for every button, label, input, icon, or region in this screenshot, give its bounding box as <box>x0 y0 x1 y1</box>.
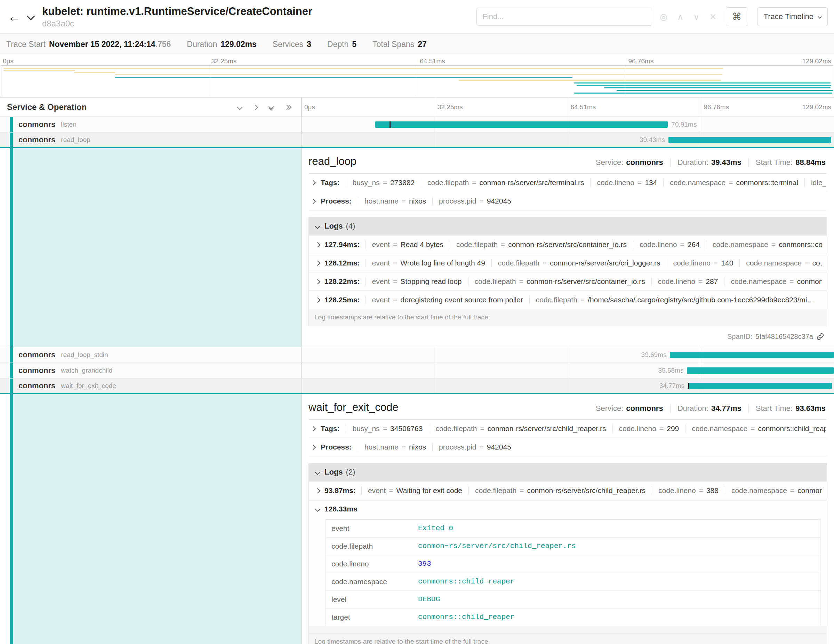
detail-service: conmonrs <box>626 404 663 413</box>
operation-name: watch_grandchild <box>61 367 112 374</box>
span-bar[interactable] <box>687 367 834 374</box>
tag-item: code.filepath=/home/sascha/.cargo/regist… <box>529 296 821 304</box>
find-input[interactable] <box>477 8 652 26</box>
tag-key: idle_n… <box>811 178 826 186</box>
log-field-key: code.filepath <box>326 537 415 555</box>
log-field-row: code.lineno 393 <box>326 555 820 573</box>
log-entry[interactable]: 128.22ms: event=Stopping read loopcode.f… <box>309 272 827 291</box>
tag-item: event=Wrote log line of length 49 <box>365 259 491 267</box>
logs-header[interactable]: Logs (4) <box>309 217 827 235</box>
process-row[interactable]: Process: host.name=nixosprocess.pid=9420… <box>309 438 827 456</box>
tag-value: conmonrs::co… <box>779 240 822 248</box>
expand-all-icon[interactable] <box>285 105 291 109</box>
log-field-key: target <box>326 608 415 626</box>
tags-row[interactable]: Tags: busy_ns=34506763code.filepath=conm… <box>309 419 827 438</box>
log-field-row: code.filepath conmon−rs/server/src/child… <box>326 537 820 555</box>
next-result-icon[interactable]: ∨ <box>693 13 700 21</box>
span-row-watch-grandchild[interactable]: conmonrs watch_grandchild 35.58ms <box>0 363 834 379</box>
equals-sign: = <box>479 197 483 205</box>
operation-name: read_loop_stdin <box>61 351 108 359</box>
equals-sign: = <box>789 277 794 285</box>
tag-value: conmon-rs/server/src/container_io.rs <box>508 240 627 248</box>
timeline-ruler[interactable]: 0μs 32.25ms 64.51ms 96.76ms 129.02ms <box>302 98 834 117</box>
equals-sign: = <box>580 296 585 304</box>
tag-item: code.lineno=140 <box>667 259 740 267</box>
equals-sign: = <box>750 424 755 432</box>
tag-item: code.namespace=conmon… <box>725 486 822 495</box>
span-row-read-loop[interactable]: conmonrs read_loop 39.43ms <box>0 133 834 148</box>
title-block: kubelet: runtime.v1.RuntimeService/Creat… <box>36 5 477 29</box>
minimap-canvas[interactable] <box>1 65 833 96</box>
span-detail-meta: Service:conmonrs Duration:34.77ms Start … <box>589 404 827 413</box>
tag-item: event=Waiting for exit code <box>361 486 469 495</box>
header: ← kubelet: runtime.v1.RuntimeService/Cre… <box>0 0 834 33</box>
span-bar[interactable] <box>688 383 832 389</box>
tag-value: conmonrs::child_reap… <box>758 424 826 432</box>
minimap-span-line <box>115 74 722 75</box>
span-id-row: SpanID: 5faf48165428c37a <box>309 326 827 344</box>
log-entry[interactable]: 128.25ms: event=deregistering event sour… <box>309 291 827 309</box>
collapse-one-icon[interactable] <box>238 105 242 109</box>
focus-result-icon[interactable]: ◎ <box>660 13 668 21</box>
prev-result-icon[interactable]: ∧ <box>677 13 684 21</box>
logs-note: Log timestamps are relative to the start… <box>309 309 827 326</box>
log-fields: event=Wrote log line of length 49code.fi… <box>365 259 822 267</box>
span-row-wait-for-exit-code[interactable]: conmonrs wait_for_exit_code 34.77ms <box>0 379 834 394</box>
logs-section: Logs (2) 93.87ms: event=Waiting for exit… <box>309 463 827 644</box>
log-fields: event=deregistering event source from po… <box>365 296 821 304</box>
service-color-chip <box>10 117 13 132</box>
logs-header[interactable]: Logs (2) <box>309 463 827 481</box>
minimap-tick: 32.25ms <box>212 57 237 65</box>
tag-value: conmonrs::terminal <box>736 178 798 186</box>
tag-item: process.pid=942045 <box>432 443 517 451</box>
collapse-all-icon[interactable] <box>269 105 273 110</box>
log-timestamp: 128.25ms: <box>325 296 360 304</box>
tag-item: host.name=nixos <box>358 443 432 451</box>
log-field-row: level DEBUG <box>326 591 820 608</box>
service-color-chip <box>10 347 13 362</box>
keyboard-shortcuts-button[interactable]: ⌘ <box>726 7 748 26</box>
log-entry[interactable]: 93.87ms: event=Waiting for exit codecode… <box>309 481 827 500</box>
log-detail-table: event Exited 0 code.filepath conmon−rs/s… <box>325 519 820 626</box>
clear-search-icon[interactable]: ✕ <box>710 13 717 21</box>
log-entry[interactable]: 127.94ms: event=Read 4 bytescode.filepat… <box>309 235 827 254</box>
timeline-minimap[interactable]: 0μs 32.25ms 64.51ms 96.76ms 129.02ms <box>0 55 834 97</box>
span-row-read-loop-stdin[interactable]: conmonrs read_loop_stdin 39.69ms <box>0 347 834 363</box>
process-list: host.name=nixosprocess.pid=942045 <box>358 197 517 205</box>
minimap-span-line <box>3 68 723 69</box>
link-icon[interactable] <box>816 333 824 341</box>
equals-sign: = <box>519 277 524 285</box>
process-row[interactable]: Process: host.name=nixosprocess.pid=9420… <box>309 192 827 210</box>
tag-key: code.namespace <box>731 277 786 285</box>
tag-value: conmon-rs/server/src/cri_logger.rs <box>550 259 660 267</box>
service-operation-header: Service & Operation <box>0 98 302 117</box>
span-row-listen[interactable]: conmonrs listen 70.91ms <box>0 117 834 133</box>
service-name: conmonrs <box>18 366 55 375</box>
tag-key: code.namespace <box>746 259 802 267</box>
equals-sign: = <box>659 424 664 432</box>
detail-highlight <box>13 394 301 644</box>
span-bar[interactable] <box>375 121 668 128</box>
back-button[interactable]: ← <box>4 10 24 23</box>
collapse-trace-header-icon[interactable] <box>28 13 34 21</box>
trace-timeline-dropdown[interactable]: Trace Timeline <box>757 7 828 26</box>
equals-sign: = <box>543 259 547 267</box>
tag-key: process.pid <box>439 443 476 451</box>
tag-item: code.namespace=conmonrs::child_reap… <box>685 424 826 433</box>
tags-row[interactable]: Tags: busy_ns=273882code.filepath=conmon… <box>309 174 827 192</box>
span-bar[interactable] <box>668 137 831 143</box>
tag-key: code.namespace <box>692 424 747 432</box>
log-entry-expanded-header[interactable]: 128.33ms <box>309 500 827 518</box>
span-detail-title: wait_for_exit_code <box>309 401 399 414</box>
tag-item: code.filepath=conmon-rs/server/src/conta… <box>450 240 633 249</box>
tag-key: code.lineno <box>673 259 711 267</box>
tag-item: code.namespace=conmonrs::co… <box>706 240 822 249</box>
tag-item: code.lineno=299 <box>613 424 685 433</box>
equals-sign: = <box>393 296 397 304</box>
tag-item: event=Stopping read loop <box>365 277 468 286</box>
expand-one-icon[interactable] <box>254 105 257 109</box>
log-entry[interactable]: 128.12ms: event=Wrote log line of length… <box>309 254 827 272</box>
service-color-chip <box>10 133 13 147</box>
tag-value: conmon… <box>797 486 822 494</box>
span-bar[interactable] <box>670 352 834 358</box>
